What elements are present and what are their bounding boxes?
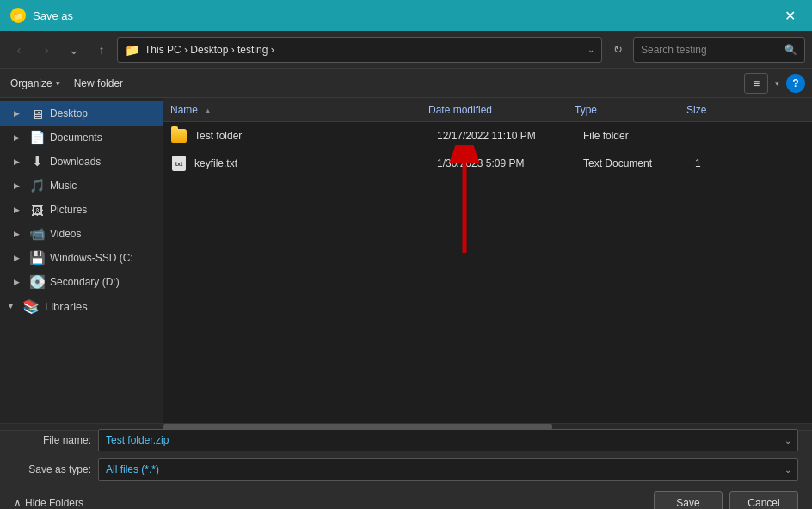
table-row[interactable]: txt keyfile.txt 1/30/2023 5:09 PM Text D… <box>163 150 812 177</box>
window-title: Save as <box>33 9 73 22</box>
sort-arrow-name: ▲ <box>204 107 212 115</box>
file-type-select-wrapper: ⌄ <box>98 458 798 481</box>
file-name-label: File name: <box>14 434 91 446</box>
cancel-button[interactable]: Cancel <box>729 491 798 510</box>
sidebar-item-label-libraries: Libraries <box>45 300 88 313</box>
file-type-row: Save as type: ⌄ <box>14 458 798 481</box>
txt-file-icon: txt <box>170 155 188 172</box>
file-date-keyfile: 1/30/2023 5:09 PM <box>437 157 583 169</box>
sidebar-section-libraries[interactable]: ▼ 📚 Libraries <box>0 294 163 318</box>
title-bar-left: 📁 Save as <box>10 8 73 23</box>
title-bar: 📁 Save as ✕ <box>0 0 812 31</box>
organize-button[interactable]: Organize ▾ <box>7 76 64 91</box>
file-size-keyfile: 1 <box>695 157 805 169</box>
address-chevron-icon: ⌄ <box>587 45 594 54</box>
content-area: Name ▲ Date modified Type Size <box>163 98 812 423</box>
file-type-test-folder: File folder <box>583 130 695 142</box>
sidebar-item-pictures[interactable]: ▶ 🖼 Pictures <box>0 198 163 222</box>
bottom-bar: File name: ⌄ Save as type: ⌄ ∧ Hide Fold… <box>0 430 812 509</box>
sidebar-item-windows-ssd[interactable]: ▶ 💾 Windows-SSD (C: <box>0 246 163 270</box>
expand-arrow-desktop: ▶ <box>14 109 24 118</box>
documents-icon: 📄 <box>29 130 45 145</box>
expand-arrow-documents: ▶ <box>14 133 24 142</box>
sidebar: ▶ 🖥 Desktop ▶ 📄 Documents ▶ ⬇ Downloads … <box>0 98 163 423</box>
expand-arrow-downloads: ▶ <box>14 157 24 166</box>
file-type-keyfile: Text Document <box>583 157 695 169</box>
windows-ssd-icon: 💾 <box>29 250 45 266</box>
app-icon: 📁 <box>10 8 26 23</box>
libraries-icon: 📚 <box>22 298 40 315</box>
expand-arrow-windows-ssd: ▶ <box>14 254 24 262</box>
sidebar-item-secondary[interactable]: ▶ 💽 Secondary (D:) <box>0 270 163 294</box>
view-dropdown-icon[interactable]: ▾ <box>775 79 779 88</box>
address-path: This PC › Desktop › testing › <box>145 44 274 56</box>
sidebar-item-downloads[interactable]: ▶ ⬇ Downloads <box>0 150 163 174</box>
view-toggle-button[interactable]: ≡ <box>744 73 768 94</box>
sidebar-item-desktop[interactable]: ▶ 🖥 Desktop <box>0 101 163 126</box>
expand-arrow-pictures: ▶ <box>14 205 24 214</box>
file-list-header: Name ▲ Date modified Type Size <box>163 98 812 122</box>
expand-arrow-music: ▶ <box>14 181 24 190</box>
content-toolbar: Organize ▾ New folder ≡ ▾ ? <box>0 69 812 98</box>
sidebar-item-label-pictures: Pictures <box>50 204 87 216</box>
file-type-label: Save as type: <box>14 463 91 475</box>
table-row[interactable]: Test folder 12/17/2022 11:10 PM File fol… <box>163 122 812 150</box>
pictures-icon: 🖼 <box>29 203 45 218</box>
sidebar-item-label-desktop: Desktop <box>50 107 88 120</box>
search-input[interactable] <box>641 44 779 56</box>
address-bar[interactable]: 📁 This PC › Desktop › testing › ⌄ <box>117 37 602 63</box>
sidebar-item-label-documents: Documents <box>50 132 102 144</box>
dropdown-button[interactable]: ⌄ <box>62 38 86 62</box>
address-folder-icon: 📁 <box>125 43 139 57</box>
sidebar-item-label-secondary: Secondary (D:) <box>50 276 120 288</box>
close-button[interactable]: ✕ <box>778 3 802 28</box>
column-date-modified[interactable]: Date modified <box>428 104 575 116</box>
folder-icon <box>170 127 188 144</box>
libraries-expand-arrow: ▼ <box>7 302 17 310</box>
main-area: Organize ▾ New folder ≡ ▾ ? ▶ 🖥 Desktop … <box>0 69 812 423</box>
file-name-input[interactable] <box>98 429 798 451</box>
sidebar-item-documents[interactable]: ▶ 📄 Documents <box>0 126 163 150</box>
music-icon: 🎵 <box>29 178 45 193</box>
file-name-input-wrapper: ⌄ <box>98 429 798 451</box>
back-button[interactable]: ‹ <box>7 38 31 62</box>
sidebar-item-label-music: Music <box>50 180 77 192</box>
downloads-icon: ⬇ <box>29 154 45 169</box>
sidebar-item-videos[interactable]: ▶ 📹 Videos <box>0 222 163 246</box>
desktop-icon: 🖥 <box>29 107 45 121</box>
sidebar-content-area: ▶ 🖥 Desktop ▶ 📄 Documents ▶ ⬇ Downloads … <box>0 98 812 423</box>
refresh-button[interactable]: ↻ <box>606 38 630 62</box>
sidebar-item-label-windows-ssd: Windows-SSD (C: <box>50 252 133 264</box>
expand-arrow-videos: ▶ <box>14 230 24 238</box>
help-button[interactable]: ? <box>786 74 805 93</box>
hide-folders-arrow-icon: ∧ <box>14 497 22 509</box>
file-name-keyfile: keyfile.txt <box>194 157 437 169</box>
hide-folders-button[interactable]: ∧ Hide Folders <box>14 497 83 509</box>
sidebar-item-label-downloads: Downloads <box>50 156 101 168</box>
sidebar-item-label-videos: Videos <box>50 228 81 240</box>
column-size[interactable]: Size <box>686 104 805 116</box>
file-name-test-folder: Test folder <box>194 130 437 142</box>
videos-icon: 📹 <box>29 226 45 242</box>
new-folder-button[interactable]: New folder <box>71 76 126 91</box>
toolbar-row: ‹ › ⌄ ↑ 📁 This PC › Desktop › testing › … <box>0 31 812 69</box>
secondary-icon: 💽 <box>29 274 45 290</box>
file-list: Test folder 12/17/2022 11:10 PM File fol… <box>163 122 812 423</box>
file-name-row: File name: ⌄ <box>14 429 798 451</box>
search-box[interactable]: 🔍 <box>633 37 805 63</box>
file-date-test-folder: 12/17/2022 11:10 PM <box>437 130 583 142</box>
search-icon: 🔍 <box>784 44 797 56</box>
save-button[interactable]: Save <box>654 491 723 510</box>
column-name[interactable]: Name ▲ <box>170 104 428 116</box>
column-type[interactable]: Type <box>575 104 686 116</box>
up-button[interactable]: ↑ <box>89 38 114 62</box>
forward-button[interactable]: › <box>34 38 58 62</box>
file-type-input[interactable] <box>98 458 798 481</box>
expand-arrow-secondary: ▶ <box>14 278 24 286</box>
sidebar-item-music[interactable]: ▶ 🎵 Music <box>0 174 163 198</box>
button-row: ∧ Hide Folders Save Cancel <box>14 488 798 510</box>
